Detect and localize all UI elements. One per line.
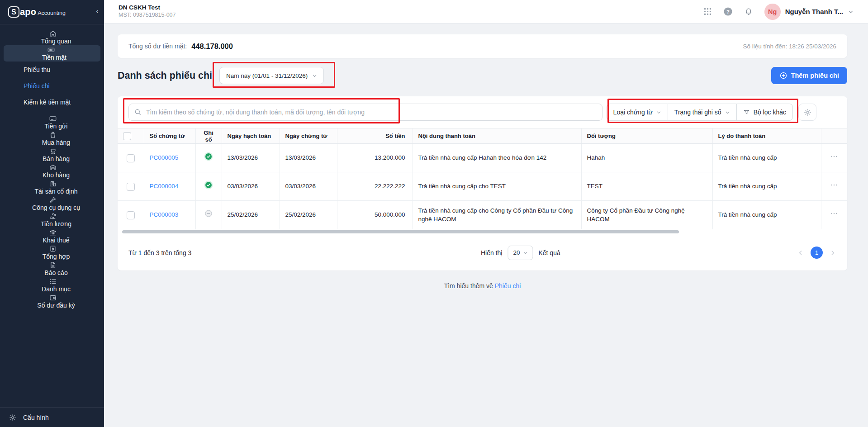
learn-more-text: Tìm hiểu thêm về [444, 282, 493, 289]
unposted-status-icon [204, 209, 213, 218]
cell-doc-date: 25/02/2026 [280, 201, 337, 229]
main-area: DN CSKH Test MST: 0987519815-007 ? Ng Ng… [104, 0, 868, 427]
next-page-icon[interactable] [829, 249, 836, 256]
tax-icon [49, 228, 57, 237]
sidebar-item-kho-hang[interactable]: Kho hàng [0, 163, 104, 179]
voucher-code-link[interactable]: PC000003 [150, 211, 179, 218]
sidebar-item-danh-muc[interactable]: Danh mục [0, 277, 104, 293]
table-header-row: Số chứng từGhi sổNgày hạch toánNgày chứn… [118, 128, 847, 144]
tool-icon [49, 195, 57, 204]
sidebar-item-cong-cu-dung-cu[interactable]: Công cụ dụng cụ [0, 195, 104, 212]
filter-trang-thai-ghi-so[interactable]: Trạng thái ghi sổ [668, 104, 737, 121]
sidebar-item-ban-hang[interactable]: Bán hàng [0, 147, 104, 163]
shopping-bag-icon [49, 130, 57, 139]
building-icon [49, 179, 57, 188]
notifications-bell-icon[interactable] [744, 7, 753, 16]
learn-more-note: Tìm hiểu thêm về Phiếu chi [118, 282, 847, 289]
voucher-list-card: Loại chứng từTrạng thái ghi sổBộ lọc khá… [118, 96, 847, 270]
sidebar-item-tai-san-co-dinh[interactable]: Tài sản cố định [0, 179, 104, 195]
sidebar-item-phieu-chi[interactable]: Phiếu chi [0, 78, 104, 94]
svg-text:?: ? [726, 9, 730, 14]
pagination: 1 [797, 247, 836, 259]
add-voucher-button[interactable]: Thêm phiếu chi [771, 67, 847, 84]
cell-description: Trả tiền nhà cung cấp cho Công ty Cổ phầ… [413, 201, 581, 229]
column-header-noi-dung-thanh-toan: Nội dung thanh toán [413, 128, 581, 144]
add-voucher-label: Thêm phiếu chi [791, 72, 839, 79]
chevron-down-icon [656, 110, 661, 115]
report-icon [49, 261, 57, 269]
sidebar-item-label: Cấu hình [23, 414, 49, 421]
column-header-actions [821, 128, 847, 144]
learn-more-link[interactable]: Phiếu chi [495, 282, 521, 289]
row-checkbox[interactable] [127, 183, 135, 191]
row-actions-button[interactable] [830, 152, 838, 161]
cell-description: Trả tiền nhà cung cấp cho TEST [413, 172, 581, 201]
table-row: PC00000325/02/202625/02/202650.000.000Tr… [118, 201, 847, 229]
select-all-checkbox[interactable] [123, 132, 131, 140]
table-row: PC00000403/03/202603/03/202622.222.222Tr… [118, 172, 847, 201]
sidebar-item-phieu-thu[interactable]: Phiếu thu [0, 62, 104, 78]
filter-bo-loc-khac[interactable]: Bộ lọc khác [737, 104, 793, 121]
summary-left: Tổng số dư tiền mặt: 448.178.000 [128, 42, 233, 51]
per-page-control: Hiển thị 20 Kết quả [481, 246, 560, 260]
sidebar-item-cau-hinh[interactable]: Cấu hình [0, 407, 104, 427]
cell-doc-date: 03/03/2026 [280, 172, 337, 201]
sidebar-item-tien-luong[interactable]: Tiền lương [0, 212, 104, 228]
avatar: Ng [764, 4, 781, 20]
cell-posting-date: 13/03/2026 [222, 144, 280, 172]
voucher-table: Số chứng từGhi sổNgày hạch toánNgày chứn… [118, 128, 847, 229]
sidebar-item-mua-hang[interactable]: Mua hàng [0, 130, 104, 147]
current-page-button[interactable]: 1 [811, 247, 823, 259]
previous-page-icon[interactable] [797, 249, 804, 256]
sidebar-item-bao-cao[interactable]: Báo cáo [0, 261, 104, 277]
user-menu[interactable]: Ng Nguyễn Thanh T... [764, 4, 854, 20]
title-row: Danh sách phiếu chi Năm nay (01/01 - 31/… [118, 67, 847, 84]
sidebar-item-tong-quan[interactable]: Tổng quan [0, 29, 104, 45]
row-checkbox[interactable] [127, 211, 135, 219]
toolbar: Loại chứng từTrạng thái ghi sổBộ lọc khá… [118, 96, 847, 128]
sidebar: S apo Accounting ‹ Tổng quanTiền mặtPhiế… [0, 0, 104, 427]
sidebar-item-so-du-dau-ky[interactable]: Số dư đầu kỳ [0, 293, 104, 309]
column-header-ghi-so: Ghi sổ [195, 128, 222, 144]
sidebar-item-tong-hop[interactable]: Tổng hợp [0, 244, 104, 261]
chevron-down-icon [725, 110, 730, 115]
filter-loai-chung-tu[interactable]: Loại chứng từ [607, 104, 668, 121]
cell-amount: 22.222.222 [337, 172, 413, 201]
company-info: DN CSKH Test MST: 0987519815-007 [119, 4, 175, 19]
gear-icon [8, 413, 17, 422]
search-icon [134, 108, 142, 118]
column-header-ngay-hach-toan: Ngày hạch toán [222, 128, 280, 144]
cell-posting-date: 25/02/2026 [222, 201, 280, 229]
cell-description: Trả tiền nhà cung cấp Hahah theo hóa đơn… [413, 144, 581, 172]
filter-label: Loại chứng từ [613, 109, 653, 116]
sidebar-collapse-button[interactable]: ‹ [96, 7, 99, 15]
table-row: PC00000513/03/202613/03/202613.200.000Tr… [118, 144, 847, 172]
posted-status-icon [204, 152, 213, 161]
apps-grid-icon[interactable] [703, 7, 712, 16]
per-page-select[interactable]: 20 [508, 246, 533, 260]
cell-reason: Trả tiền nhà cung cấp [712, 144, 821, 172]
horizontal-scrollbar[interactable] [122, 230, 679, 233]
search-box [128, 104, 602, 121]
cell-partner: TEST [581, 172, 712, 201]
sidebar-item-khai-thue[interactable]: Khai thuế [0, 228, 104, 244]
table-settings-gear-icon[interactable] [798, 104, 816, 121]
sidebar-item-tien-mat[interactable]: Tiền mặt [4, 45, 100, 62]
search-input[interactable] [128, 104, 602, 121]
user-name: Nguyễn Thanh T... [785, 8, 843, 15]
chevron-down-icon [312, 73, 317, 78]
row-checkbox[interactable] [127, 154, 135, 162]
row-actions-button[interactable] [830, 209, 838, 218]
card-footer: Từ 1 đến 3 trên tổng 3 Hiển thị 20 Kết q… [118, 235, 847, 270]
cart-icon [49, 147, 57, 155]
voucher-code-link[interactable]: PC000004 [150, 183, 179, 190]
period-filter-dropdown[interactable]: Năm nay (01/01 - 31/12/2026) [219, 67, 324, 84]
plus-circle-icon [779, 71, 787, 80]
row-actions-button[interactable] [830, 181, 838, 189]
help-icon[interactable]: ? [723, 7, 733, 16]
voucher-code-link[interactable]: PC000005 [150, 154, 179, 161]
cell-reason: Trả tiền nhà cung cấp [712, 201, 821, 229]
sidebar-item-kiem-ke-tien-mat[interactable]: Kiểm kê tiền mặt [0, 94, 104, 110]
filter-label: Bộ lọc khác [754, 109, 786, 116]
sidebar-item-tien-gui[interactable]: Tiền gửi [0, 114, 104, 130]
